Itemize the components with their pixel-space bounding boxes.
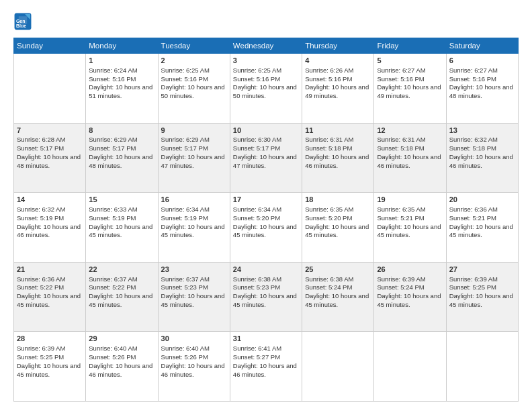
day-number: 1 xyxy=(89,56,154,66)
col-sunday: Sunday xyxy=(14,38,86,54)
daylight: Daylight: 10 hours and 46 minutes. xyxy=(89,362,152,378)
calendar-cell: 12Sunrise: 6:31 AMSunset: 5:18 PMDayligh… xyxy=(374,123,446,193)
daylight: Daylight: 10 hours and 45 minutes. xyxy=(17,362,81,378)
day-number: 26 xyxy=(377,265,443,275)
sunrise: Sunrise: 6:32 AM xyxy=(449,136,498,143)
sunrise: Sunrise: 6:26 AM xyxy=(305,66,353,74)
daylight: Daylight: 10 hours and 50 minutes. xyxy=(161,83,225,99)
sunset: Sunset: 5:23 PM xyxy=(161,283,208,291)
day-number: 31 xyxy=(233,334,299,344)
calendar-cell: 23Sunrise: 6:37 AMSunset: 5:23 PMDayligh… xyxy=(158,262,230,332)
day-number: 18 xyxy=(305,195,371,205)
sunrise: Sunrise: 6:40 AM xyxy=(161,345,210,352)
daylight: Daylight: 10 hours and 46 minutes. xyxy=(161,362,225,378)
calendar-cell: 31Sunrise: 6:41 AMSunset: 5:27 PMDayligh… xyxy=(230,332,302,402)
daylight: Daylight: 10 hours and 51 minutes. xyxy=(89,83,152,99)
daylight: Daylight: 10 hours and 45 minutes. xyxy=(89,223,152,239)
sunrise: Sunrise: 6:41 AM xyxy=(233,345,281,352)
calendar-cell: 8Sunrise: 6:29 AMSunset: 5:17 PMDaylight… xyxy=(86,123,158,193)
day-number: 7 xyxy=(17,126,83,136)
calendar-cell: 7Sunrise: 6:28 AMSunset: 5:17 PMDaylight… xyxy=(14,123,86,193)
daylight: Daylight: 10 hours and 48 minutes. xyxy=(449,83,513,99)
day-number: 27 xyxy=(449,265,515,275)
daylight: Daylight: 10 hours and 45 minutes. xyxy=(161,292,225,308)
calendar-cell: 27Sunrise: 6:39 AMSunset: 5:25 PMDayligh… xyxy=(446,262,518,332)
col-thursday: Thursday xyxy=(302,38,374,54)
sunrise: Sunrise: 6:34 AM xyxy=(233,205,281,213)
day-number: 15 xyxy=(89,195,154,205)
week-row-1: 1Sunrise: 6:24 AMSunset: 5:16 PMDaylight… xyxy=(14,54,519,124)
sunset: Sunset: 5:16 PM xyxy=(89,75,136,83)
calendar-cell: 5Sunrise: 6:27 AMSunset: 5:16 PMDaylight… xyxy=(374,54,446,124)
sunrise: Sunrise: 6:34 AM xyxy=(161,205,210,213)
calendar-cell: 21Sunrise: 6:36 AMSunset: 5:22 PMDayligh… xyxy=(14,262,86,332)
col-friday: Friday xyxy=(374,38,446,54)
day-number: 21 xyxy=(17,265,83,275)
sunrise: Sunrise: 6:36 AM xyxy=(449,205,498,213)
sunset: Sunset: 5:18 PM xyxy=(449,144,496,152)
calendar-cell: 3Sunrise: 6:25 AMSunset: 5:16 PMDaylight… xyxy=(230,54,302,124)
daylight: Daylight: 10 hours and 50 minutes. xyxy=(233,83,297,99)
day-number: 11 xyxy=(305,126,371,136)
sunset: Sunset: 5:16 PM xyxy=(377,75,424,83)
sunset: Sunset: 5:26 PM xyxy=(89,353,136,361)
sunset: Sunset: 5:19 PM xyxy=(17,214,64,222)
calendar-cell: 15Sunrise: 6:33 AMSunset: 5:19 PMDayligh… xyxy=(86,193,158,263)
calendar-cell: 2Sunrise: 6:25 AMSunset: 5:16 PMDaylight… xyxy=(158,54,230,124)
sunrise: Sunrise: 6:33 AM xyxy=(89,205,137,213)
sunrise: Sunrise: 6:27 AM xyxy=(449,66,498,74)
sunset: Sunset: 5:16 PM xyxy=(305,75,352,83)
daylight: Daylight: 10 hours and 45 minutes. xyxy=(305,223,369,239)
daylight: Daylight: 10 hours and 45 minutes. xyxy=(377,223,441,239)
daylight: Daylight: 10 hours and 49 minutes. xyxy=(305,83,369,99)
sunset: Sunset: 5:17 PM xyxy=(89,144,136,152)
sunset: Sunset: 5:16 PM xyxy=(233,75,280,83)
calendar-cell: 20Sunrise: 6:36 AMSunset: 5:21 PMDayligh… xyxy=(446,193,518,263)
daylight: Daylight: 10 hours and 49 minutes. xyxy=(377,83,441,99)
col-wednesday: Wednesday xyxy=(230,38,302,54)
day-number: 3 xyxy=(233,56,299,66)
daylight: Daylight: 10 hours and 46 minutes. xyxy=(305,153,369,169)
calendar-cell: 10Sunrise: 6:30 AMSunset: 5:17 PMDayligh… xyxy=(230,123,302,193)
sunrise: Sunrise: 6:30 AM xyxy=(233,136,281,143)
sunset: Sunset: 5:16 PM xyxy=(161,75,208,83)
sunset: Sunset: 5:25 PM xyxy=(17,353,64,361)
sunset: Sunset: 5:19 PM xyxy=(161,214,208,222)
calendar-cell xyxy=(446,332,518,402)
day-number: 17 xyxy=(233,195,299,205)
day-number: 10 xyxy=(233,126,299,136)
sunrise: Sunrise: 6:32 AM xyxy=(17,205,65,213)
daylight: Daylight: 10 hours and 46 minutes. xyxy=(449,153,513,169)
sunset: Sunset: 5:16 PM xyxy=(449,75,496,83)
daylight: Daylight: 10 hours and 47 minutes. xyxy=(233,153,297,169)
calendar-cell: 29Sunrise: 6:40 AMSunset: 5:26 PMDayligh… xyxy=(86,332,158,402)
calendar-cell xyxy=(374,332,446,402)
daylight: Daylight: 10 hours and 45 minutes. xyxy=(233,223,297,239)
calendar-table: Sunday Monday Tuesday Wednesday Thursday… xyxy=(13,38,519,402)
day-number: 12 xyxy=(377,126,443,136)
sunset: Sunset: 5:25 PM xyxy=(449,283,496,291)
sunset: Sunset: 5:27 PM xyxy=(233,353,280,361)
day-number: 25 xyxy=(305,265,371,275)
daylight: Daylight: 10 hours and 45 minutes. xyxy=(305,292,369,308)
sunset: Sunset: 5:17 PM xyxy=(17,144,64,152)
day-number: 19 xyxy=(377,195,443,205)
daylight: Daylight: 10 hours and 48 minutes. xyxy=(89,153,152,169)
sunset: Sunset: 5:18 PM xyxy=(377,144,424,152)
svg-text:Gen: Gen xyxy=(16,19,26,24)
sunrise: Sunrise: 6:29 AM xyxy=(89,136,137,143)
day-number: 5 xyxy=(377,56,443,66)
calendar-cell xyxy=(302,332,374,402)
calendar-cell: 18Sunrise: 6:35 AMSunset: 5:20 PMDayligh… xyxy=(302,193,374,263)
sunrise: Sunrise: 6:35 AM xyxy=(377,205,425,213)
calendar-cell: 6Sunrise: 6:27 AMSunset: 5:16 PMDaylight… xyxy=(446,54,518,124)
sunrise: Sunrise: 6:31 AM xyxy=(305,136,353,143)
sunset: Sunset: 5:24 PM xyxy=(377,283,424,291)
daylight: Daylight: 10 hours and 45 minutes. xyxy=(449,223,513,239)
sunrise: Sunrise: 6:24 AM xyxy=(89,66,137,74)
calendar-cell: 22Sunrise: 6:37 AMSunset: 5:22 PMDayligh… xyxy=(86,262,158,332)
day-number: 9 xyxy=(161,126,227,136)
daylight: Daylight: 10 hours and 45 minutes. xyxy=(377,292,441,308)
sunrise: Sunrise: 6:37 AM xyxy=(161,275,210,283)
sunset: Sunset: 5:22 PM xyxy=(17,283,64,291)
